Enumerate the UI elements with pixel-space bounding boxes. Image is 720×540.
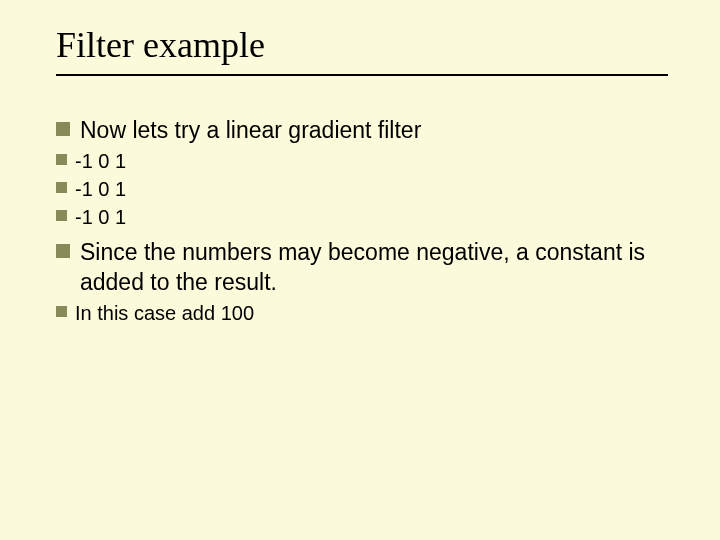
bullet-text: -1 0 1	[75, 204, 126, 230]
list-item: -1 0 1	[56, 204, 672, 230]
list-item: Since the numbers may become negative, a…	[56, 238, 672, 298]
square-bullet-icon	[56, 306, 67, 317]
list-item: Now lets try a linear gradient filter	[56, 116, 672, 146]
square-bullet-icon	[56, 154, 67, 165]
square-bullet-icon	[56, 182, 67, 193]
bullet-text: Now lets try a linear gradient filter	[80, 116, 421, 146]
bullet-text: In this case add 100	[75, 300, 254, 326]
slide: Filter example Now lets try a linear gra…	[0, 0, 720, 352]
list-item: In this case add 100	[56, 300, 672, 326]
slide-title: Filter example	[56, 24, 672, 66]
square-bullet-icon	[56, 210, 67, 221]
bullet-text: -1 0 1	[75, 176, 126, 202]
title-divider	[56, 74, 668, 76]
square-bullet-icon	[56, 244, 70, 258]
list-item: -1 0 1	[56, 148, 672, 174]
bullet-text: -1 0 1	[75, 148, 126, 174]
bullet-text: Since the numbers may become negative, a…	[80, 238, 672, 298]
list-item: -1 0 1	[56, 176, 672, 202]
square-bullet-icon	[56, 122, 70, 136]
